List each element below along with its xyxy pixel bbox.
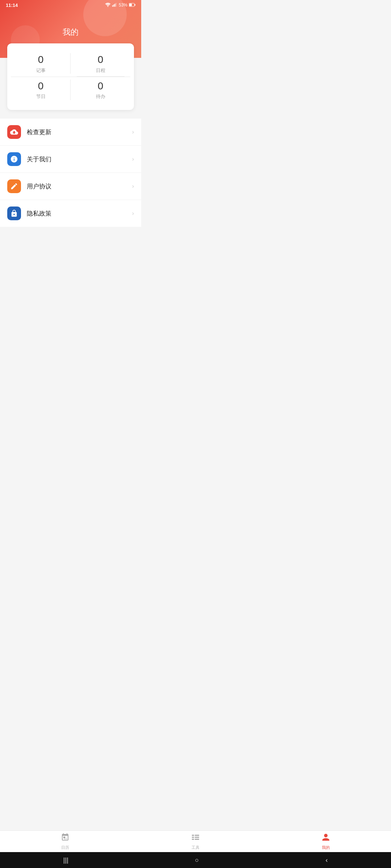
stat-jieri[interactable]: 0 节日 [11,77,71,103]
page-title: 我的 [63,27,79,38]
chevron-icon-agreement: › [132,183,134,190]
stat-richeng-label: 日程 [96,67,105,74]
menu-item-check-update[interactable]: 检查更新 › [0,119,141,146]
stat-jishi-count: 0 [38,54,44,66]
stats-card: 0 记事 0 日程 0 节日 0 待办 [7,43,134,110]
lock-icon-wrap [7,207,21,220]
wifi-icon [105,3,111,8]
stat-jieri-count: 0 [38,80,44,92]
stat-daiban-count: 0 [98,80,104,92]
svg-rect-1 [112,5,113,7]
menu-label-check-update: 检查更新 [27,128,132,136]
svg-rect-7 [129,3,132,6]
svg-rect-2 [113,4,114,7]
info-icon-wrap [7,152,21,166]
stat-daiban[interactable]: 0 待办 [71,77,130,103]
stat-jishi-label: 记事 [36,67,46,74]
status-icons: 53% [105,3,135,8]
chevron-icon-about: › [132,156,134,162]
battery-text: 53% [119,3,127,8]
stat-richeng[interactable]: 0 日程 [71,51,130,77]
svg-rect-4 [115,3,116,7]
svg-rect-3 [114,4,115,7]
update-icon-wrap [7,125,21,139]
svg-point-0 [108,6,109,7]
menu-item-user-agreement[interactable]: 用户协议 › [0,173,141,200]
stat-richeng-count: 0 [98,54,104,66]
stat-jishi[interactable]: 0 记事 [11,51,71,77]
chevron-icon-privacy: › [132,210,134,217]
doc-icon-wrap [7,179,21,193]
signal-icon [112,3,117,8]
menu-label-privacy-policy: 隐私政策 [27,209,132,218]
stat-daiban-label: 待办 [96,93,105,100]
menu-label-user-agreement: 用户协议 [27,182,132,191]
status-time: 11:14 [6,3,18,8]
menu-label-about-us: 关于我们 [27,155,132,163]
svg-rect-6 [135,4,135,5]
stat-jieri-label: 节日 [36,93,46,100]
battery-icon [129,3,135,8]
chevron-icon-update: › [132,129,134,135]
status-bar: 11:14 53% [0,0,141,10]
menu-section: 检查更新 › 关于我们 › 用户协议 › 隐私政策 › [0,119,141,227]
menu-item-privacy-policy[interactable]: 隐私政策 › [0,200,141,227]
menu-item-about-us[interactable]: 关于我们 › [0,146,141,173]
